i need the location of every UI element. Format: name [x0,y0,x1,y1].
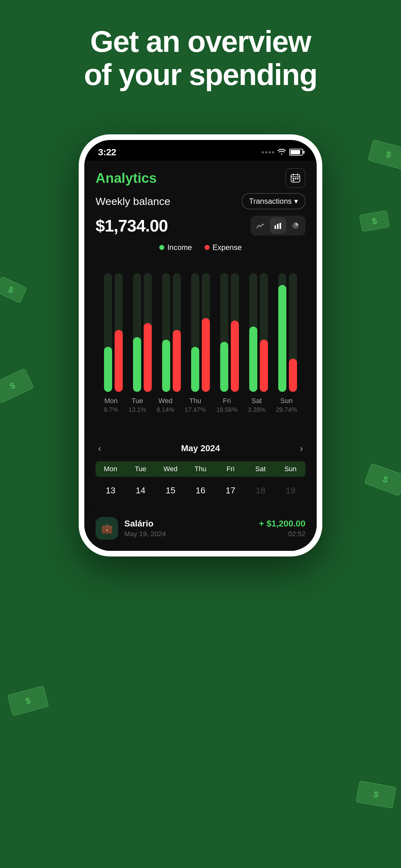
bar-pair [278,273,297,392]
chart-legend: Income Expense [96,243,305,252]
balance-amount: $1,734.00 [96,216,168,235]
hero-title: Get an overview of your spending [19,25,382,91]
bar-chart [96,260,305,392]
income-bar-track [104,273,112,392]
calendar-header-cell: Sun [275,465,305,473]
income-bar-fill [249,327,257,392]
bar-pair [162,273,181,392]
day-name: Thu [185,397,206,405]
calendar-date-cell[interactable]: 14 [126,483,156,498]
day-name: Wed [157,397,174,405]
expense-bar-track [202,273,210,392]
transaction-date: May 19, 2024 [124,530,253,538]
transaction-amount-col: + $1,200.00 02:52 [259,519,305,538]
day-name: Tue [128,397,146,405]
phone-outer: 3:22 [79,134,322,556]
income-bar-fill [278,285,287,392]
calendar-prev-button[interactable]: ‹ [96,440,104,456]
calendar-next-button[interactable]: › [297,440,305,456]
calendar-date-cell[interactable]: 17 [215,483,245,498]
income-bar-track [249,273,257,392]
day-labels: Mon9.7%Tue13.1%Wed8.14%Thu17.47%Fri18.56… [96,397,305,413]
calendar-date-cell[interactable]: 15 [156,483,186,498]
app-header: Analytics [96,161,305,193]
hero-title-line1: Get an overview [90,25,311,58]
analytics-title: Analytics [96,170,157,186]
calendar-date-cell[interactable]: 18 [245,483,275,498]
day-name: Sat [248,397,266,405]
line-chart-button[interactable] [252,217,269,234]
bar-pair [191,273,210,392]
calendar-date-cell[interactable]: 19 [275,483,305,498]
status-bar: 3:22 [84,140,317,161]
weekly-balance-row: Weekly balance Transactions ▾ [96,193,305,209]
expense-bar-fill [144,323,152,392]
pie-chart-button[interactable] [287,217,304,234]
calendar-header-cell: Fri [215,465,245,473]
bar-pair [249,273,268,392]
income-bar-track [133,273,141,392]
expense-bar-track [289,273,297,392]
transaction-icon: 💼 [96,517,118,539]
transaction-item[interactable]: 💼 Salário May 19, 2024 + $1,200.00 02:52 [96,512,305,545]
day-pct: 8.14% [157,406,174,413]
income-bar-fill [162,340,170,392]
chevron-down-icon: ▾ [294,197,298,206]
day-label: Fri18.56% [216,397,237,413]
phone-mockup: 3:22 [79,134,322,556]
day-pct: 29.74% [276,406,297,413]
bar-pair [104,273,123,392]
wifi-icon [277,148,286,157]
transactions-dropdown[interactable]: Transactions ▾ [242,193,306,209]
income-label: Income [167,243,192,252]
expense-bar-fill [114,330,123,392]
expense-dot [205,245,209,250]
day-pct: 18.56% [216,406,237,413]
svg-rect-5 [295,178,296,179]
income-bar-fill [191,347,199,392]
calendar-header-cell: Thu [186,465,215,473]
expense-legend: Expense [205,243,242,252]
svg-rect-4 [293,178,294,179]
amount-row: $1,734.00 [96,216,305,236]
calendar-header-cell: Sat [245,465,275,473]
income-bar-track [162,273,170,392]
day-label: Sat3.28% [248,397,266,413]
day-pct: 13.1% [128,406,146,413]
phone-inner: 3:22 [84,140,317,551]
chart-type-buttons [250,216,305,236]
transaction-amount: + $1,200.00 [259,519,305,529]
day-name: Sun [276,397,297,405]
calendar-section: ‹ May 2024 › MonTueWedThuFriSatSun 13141… [84,435,317,505]
calendar-date-cell[interactable]: 16 [186,483,215,498]
calendar-nav: ‹ May 2024 › [96,440,305,456]
expense-bar-track [114,273,123,392]
income-bar-fill [104,347,112,392]
svg-rect-8 [274,225,276,229]
income-bar-track [191,273,199,392]
weekly-label: Weekly balance [96,195,170,208]
expense-label: Expense [213,243,242,252]
bar-chart-button[interactable] [270,217,286,234]
svg-rect-7 [293,180,294,181]
status-time: 3:22 [98,147,116,157]
app-content: Analytics [84,161,317,435]
calendar-button[interactable] [286,168,305,188]
income-bar-fill [133,337,141,392]
battery-icon [289,149,303,156]
expense-bar-fill [260,340,268,392]
day-label: Tue13.1% [128,397,146,413]
calendar-header-cell: Mon [96,465,126,473]
transactions-label: Transactions [249,197,292,206]
expense-bar-track [173,273,181,392]
calendar-date-cell[interactable]: 13 [96,483,126,498]
transactions-section: 💼 Salário May 19, 2024 + $1,200.00 02:52 [84,506,317,551]
calendar-icon [290,173,301,183]
transaction-name: Salário [124,519,253,529]
expense-bar-track [144,273,152,392]
transaction-info: Salário May 19, 2024 [124,519,253,538]
signal-icon [262,151,274,153]
transaction-time: 02:52 [259,530,305,538]
hero-section: Get an overview of your spending [0,25,401,91]
status-icons [262,148,303,157]
